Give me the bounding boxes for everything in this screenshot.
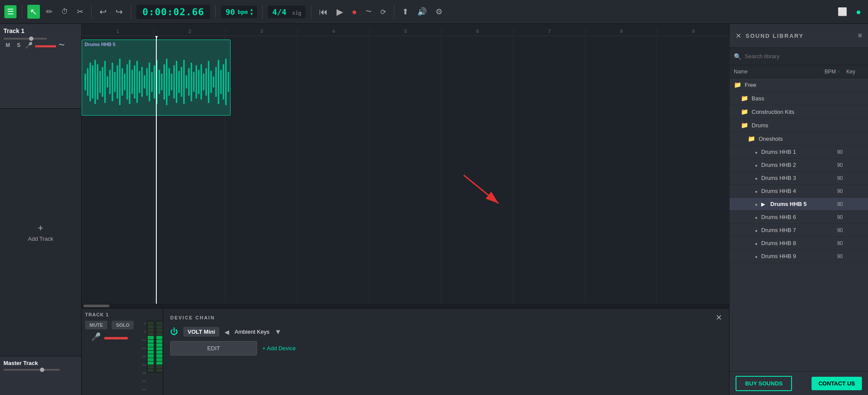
ruler-mark-8: 8 (585, 29, 657, 35)
preset-prev-icon[interactable]: ◀ (224, 329, 229, 335)
library-list-item[interactable]: ⬥Drums HHB 190 (729, 146, 868, 159)
ruler-mark-2: 2 (154, 29, 226, 35)
track1-volume-slider[interactable] (3, 38, 47, 40)
library-title: SOUND LIBRARY (746, 33, 854, 39)
svg-rect-48 (203, 73, 204, 90)
play-button[interactable]: ▶ (334, 5, 346, 19)
buy-sounds-button[interactable]: BUY SOUNDS (736, 376, 792, 391)
automation-button[interactable]: 〜 (363, 6, 374, 17)
menu-button[interactable]: ☰ (4, 5, 17, 18)
library-list-item[interactable]: ⬥Drums HHB 490 (729, 185, 868, 198)
library-item-bpm: 90 (825, 227, 847, 233)
timeline-scrollbar[interactable] (82, 304, 729, 308)
library-list-item[interactable]: 📁Construction Kits (729, 105, 868, 119)
rewind-button[interactable]: ⏮ (317, 5, 330, 19)
bottom-eq-button[interactable]: ▬▬▬ (104, 332, 128, 342)
vu-bar (156, 325, 162, 328)
add-track-plus-icon: + (38, 222, 43, 234)
library-list-item[interactable]: 📁Drums (729, 119, 868, 132)
settings-button[interactable]: ⚙ (433, 5, 445, 18)
preset-dropdown-button[interactable]: ▼ (275, 328, 282, 336)
bottom-panel: TRACK 1 MUTE SOLO 🎤 ▬▬▬ (82, 308, 729, 395)
device-row: ⏻ VOLT Mini ◀ Ambient Keys ▼ (170, 327, 722, 337)
timeline-scrollbar-thumb[interactable] (83, 305, 109, 307)
bpm-arrows[interactable]: ▲ ▼ (251, 8, 253, 16)
scissors-button[interactable]: ✂ (74, 5, 86, 18)
volume-icon: 🔊 (417, 7, 427, 17)
bottom-mic-button[interactable]: 🎤 (91, 332, 101, 342)
audio-icon: ⬥ (755, 227, 758, 233)
cursor-tool-button[interactable]: ↖ (27, 5, 40, 19)
master-volume-slider[interactable] (3, 369, 60, 371)
library-list-item[interactable]: 📁Free (729, 78, 868, 92)
library-list-item[interactable]: ⬥Drums HHB 690 (729, 211, 868, 224)
playhead[interactable] (156, 36, 157, 304)
library-list-item[interactable]: ⬥▶Drums HHB 590 (729, 198, 868, 211)
library-item-bpm: 90 (825, 175, 847, 181)
library-list-item[interactable]: ⬥Drums HHB 290 (729, 159, 868, 172)
library-search-bar: 🔍 (729, 48, 868, 65)
contact-us-button[interactable]: CONTACT US (812, 377, 862, 390)
library-item-name: Free (745, 82, 822, 88)
loop-button[interactable]: ⟳ (378, 6, 389, 18)
edit-button[interactable]: EDIT (170, 341, 257, 355)
record-button[interactable]: ● (349, 5, 360, 19)
folder-icon: 📁 (748, 135, 755, 142)
profile-button[interactable]: ● (853, 5, 864, 19)
library-list-item[interactable]: 📁Oneshots (729, 132, 868, 146)
svg-rect-22 (139, 71, 140, 93)
svg-rect-33 (166, 59, 167, 105)
track-area[interactable]: Drums HHB 5 (82, 36, 729, 304)
device-power-button[interactable]: ⏻ (170, 327, 178, 336)
solo-button[interactable]: SOLO (112, 321, 134, 329)
library-search-input[interactable] (745, 53, 864, 60)
bpm-down-arrow[interactable]: ▼ (251, 12, 253, 16)
svg-rect-31 (161, 73, 162, 90)
library-settings-icon: ≡ (858, 32, 862, 39)
ruler-mark-6: 6 (441, 29, 513, 35)
sig-value: 4/4 (272, 7, 287, 17)
share-icon: ⬜ (838, 7, 847, 17)
svg-rect-16 (124, 73, 125, 90)
svg-rect-25 (146, 68, 148, 96)
svg-rect-4 (94, 60, 96, 104)
library-list-item[interactable]: 📁Bass (729, 92, 868, 105)
mute-button[interactable]: MUTE (85, 321, 107, 329)
library-list-item[interactable]: ⬥Drums HHB 890 (729, 237, 868, 250)
toolbar: ☰ ↖ ✏ ⏱ ✂ ↩ ↪ 0:00:02.66 90 bpm ▲ ▼ 4/4 … (0, 0, 868, 24)
audio-icon: ⬥ (755, 201, 758, 207)
bpm-up-arrow[interactable]: ▲ (251, 8, 253, 12)
rewind-icon: ⏮ (319, 7, 328, 17)
svg-rect-50 (208, 61, 209, 103)
export-button[interactable]: ⬆ (399, 5, 411, 18)
redo-button[interactable]: ↪ (113, 5, 125, 19)
vu-bar (156, 365, 162, 368)
vu-meter (147, 321, 155, 373)
volume-button[interactable]: 🔊 (415, 5, 429, 18)
pencil-icon: ✏ (46, 7, 53, 17)
metronome-button[interactable]: ⏱ (59, 6, 71, 17)
audio-icon: ⬥ (755, 149, 758, 155)
library-list-item[interactable]: ⬥Drums HHB 390 (729, 172, 868, 185)
ruler: 123456789 (82, 24, 729, 36)
add-track-area[interactable]: + Add Track (0, 109, 81, 356)
svg-rect-27 (151, 72, 152, 92)
svg-rect-24 (144, 75, 145, 89)
library-close-button[interactable]: ✕ (736, 32, 741, 40)
track1-mute-button[interactable]: M (3, 41, 12, 49)
pencil-tool-button[interactable]: ✏ (43, 5, 55, 18)
device-chain-close-button[interactable]: ✕ (716, 313, 722, 322)
track1-solo-button[interactable]: S (15, 41, 23, 49)
vu-bar (156, 358, 162, 361)
library-list-item[interactable]: ⬥Drums HHB 990 (729, 250, 868, 263)
library-list-item[interactable]: ⬥Drums HHB 790 (729, 224, 868, 237)
audio-icon: ⬥ (755, 175, 758, 181)
library-header: ✕ SOUND LIBRARY ≡ (729, 24, 868, 48)
undo-button[interactable]: ↩ (97, 5, 109, 19)
share-button[interactable]: ⬜ (835, 5, 850, 18)
svg-rect-18 (129, 60, 130, 104)
add-device-button[interactable]: + Add Device (262, 345, 296, 352)
col-bpm-header[interactable]: BPM ↑ (825, 69, 846, 75)
library-settings-button[interactable]: ≡ (858, 32, 862, 40)
menu-icon: ☰ (7, 7, 14, 17)
